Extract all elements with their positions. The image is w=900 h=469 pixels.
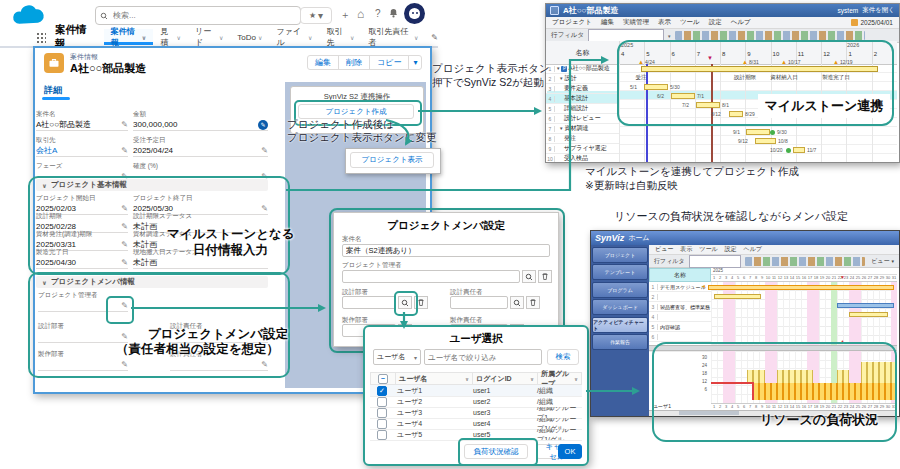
menu-view[interactable]: ビュー — [655, 245, 673, 254]
toolbar-icons[interactable] — [745, 257, 865, 266]
sidebar-item-dashboard[interactable]: ダッシュボード — [592, 299, 648, 315]
edit-pencil-icon[interactable]: ✎ — [261, 147, 268, 155]
design-resp-search-button[interactable] — [510, 296, 524, 309]
menu-tool[interactable]: ツール — [699, 245, 717, 254]
gantt-row[interactable]: 3要件定義 — [546, 84, 619, 94]
sidebar-item-project[interactable]: プロジェクト — [592, 247, 648, 263]
gantt-row[interactable]: 6設計レビュー — [546, 114, 619, 124]
task-bar[interactable] — [671, 93, 695, 99]
task-bar[interactable] — [755, 138, 776, 144]
gantt-row[interactable]: 10受入検品 — [546, 154, 619, 163]
tab-anken[interactable]: 案件情報∨ — [104, 29, 154, 45]
avatar[interactable] — [404, 3, 425, 24]
account-link[interactable]: 会社A — [36, 145, 57, 156]
task-bar[interactable] — [644, 84, 668, 90]
tab-file[interactable]: ファイル∨ — [269, 29, 319, 45]
gantt-row-project[interactable]: 1▼PA社○○部品製造 — [546, 64, 619, 74]
tab-mitsumori[interactable]: 見積∨ — [153, 29, 188, 45]
case-name-input[interactable] — [342, 244, 550, 257]
select-all-cell[interactable]: – — [371, 373, 396, 384]
plus-icon[interactable]: ＋ — [340, 8, 350, 22]
menu-display[interactable]: 表示 — [680, 245, 692, 254]
edit-button[interactable]: 編集 — [307, 55, 339, 70]
help-icon[interactable]: ? — [375, 8, 381, 19]
view-select[interactable]: ビュー▾ — [871, 257, 894, 266]
resource-bar[interactable] — [714, 294, 761, 299]
design-dept-search-button[interactable] — [398, 296, 412, 309]
collapse-icon[interactable]: ▼ — [559, 76, 563, 81]
create-project-button[interactable]: プロジェクト作成 — [298, 104, 414, 119]
section-member-info[interactable]: ∨プロジェクトメンバ情報 — [36, 276, 268, 288]
resource-row[interactable]: 2 — [649, 292, 711, 302]
menu-view[interactable]: 表示 — [658, 18, 671, 27]
resource-row[interactable]: 6 — [649, 332, 711, 342]
caret-down-icon[interactable]: ▾ — [668, 33, 671, 39]
row-checkbox[interactable] — [377, 430, 387, 440]
resource-titlebar[interactable]: SynViz ホーム — [591, 231, 899, 245]
row-checkbox[interactable]: ✓ — [377, 386, 387, 396]
manager-search-button[interactable] — [522, 270, 536, 283]
user-row-5[interactable]: ユーザ5user5/組織/グループ1/グル... — [370, 429, 582, 441]
user-search-button[interactable]: 検索 — [547, 349, 579, 365]
row-checkbox[interactable] — [377, 397, 387, 407]
tab-lead[interactable]: リード∨ — [188, 29, 230, 45]
edit-pencil-icon[interactable]: ✎ — [261, 361, 268, 369]
edit-pencil-icon[interactable]: ✎ — [121, 147, 128, 155]
menu-tool[interactable]: ツール — [680, 18, 700, 27]
tab-todo[interactable]: ToDo∨ — [230, 29, 269, 45]
resource-bar[interactable] — [837, 303, 894, 308]
ok-button[interactable]: OK — [558, 444, 582, 459]
edit-pencil-icon[interactable]: ✎ — [121, 259, 128, 267]
task-bar[interactable] — [793, 147, 805, 153]
gantt-row-group[interactable]: 2▼設計 — [546, 74, 619, 84]
menu-settings[interactable]: 設定 — [725, 245, 737, 254]
gantt-titlebar[interactable]: A社○○部品製造 system 案件を開く — [546, 4, 899, 17]
resource-row[interactable]: 3製品審査等、標準業務 — [649, 302, 711, 312]
user-filter-input[interactable] — [424, 349, 542, 365]
menu-help[interactable]: ヘルプ — [744, 245, 762, 254]
collapse-icon[interactable]: ▼ — [556, 66, 560, 71]
home-icon[interactable]: ⌂ — [357, 7, 364, 21]
resource-bar[interactable] — [708, 285, 894, 290]
sidebar-item-program[interactable]: プログラム — [592, 282, 648, 298]
task-bar[interactable] — [696, 102, 720, 108]
edit-pencil-icon[interactable]: ✎ — [121, 302, 128, 310]
design-dept-input[interactable] — [342, 296, 396, 309]
task-bar[interactable] — [746, 129, 770, 135]
milestone-icon[interactable]: ▲ — [638, 59, 644, 65]
gantt-row-group[interactable]: 7▼資材調達 — [546, 124, 619, 134]
col-username[interactable]: ユーザ名∨ — [396, 373, 473, 384]
favorites-button[interactable]: ★▾ — [300, 7, 332, 24]
search-input[interactable] — [111, 10, 275, 21]
app-launcher-icon[interactable] — [36, 32, 46, 43]
gantt-row[interactable]: 5詳細設計 — [546, 104, 619, 114]
tab-account[interactable]: 取引先∨ — [319, 29, 361, 45]
bell-icon[interactable] — [388, 7, 399, 19]
col-loginid[interactable]: ログインID∨ — [473, 373, 538, 384]
edit-pencil-icon[interactable]: ✎ — [121, 121, 128, 129]
sidebar-item-activity-chart[interactable]: アクティビティチャート — [592, 317, 648, 333]
row-checkbox[interactable] — [377, 419, 387, 429]
global-search[interactable] — [95, 6, 301, 25]
sidebar-item-report[interactable]: 作業報告 — [592, 334, 648, 350]
menu-project[interactable]: プロジェクト — [552, 18, 592, 27]
filter-field-select[interactable]: ユーザ名▾ — [373, 349, 421, 365]
delete-button[interactable]: 削除 — [338, 55, 370, 70]
project-summary-bar[interactable] — [641, 66, 878, 72]
edit-nav-pencil-icon[interactable]: ✎ — [431, 33, 438, 42]
gantt-row[interactable]: 9サプライヤ選定 — [546, 144, 619, 154]
row-filter-input[interactable] — [689, 255, 741, 268]
menu-edit[interactable]: 編集 — [601, 18, 614, 27]
menu-actual[interactable]: 実績管理 — [623, 18, 649, 27]
open-case-button[interactable]: 案件を開く — [862, 6, 895, 15]
milestone-icon[interactable]: ▲ — [781, 59, 787, 65]
resource-row[interactable]: 4 — [649, 312, 711, 322]
resource-bar[interactable] — [849, 312, 888, 317]
tab-detail[interactable]: 詳細 — [44, 84, 62, 97]
show-project-button[interactable]: プロジェクト表示 — [350, 152, 434, 168]
milestone-icon[interactable]: ▲ — [833, 59, 839, 65]
tab-contact[interactable]: 取引先責任者∨ — [361, 29, 425, 45]
select-all-checkbox[interactable]: – — [378, 374, 388, 384]
manager-clear-button[interactable] — [538, 270, 552, 283]
design-dept-clear-button[interactable] — [414, 296, 428, 309]
